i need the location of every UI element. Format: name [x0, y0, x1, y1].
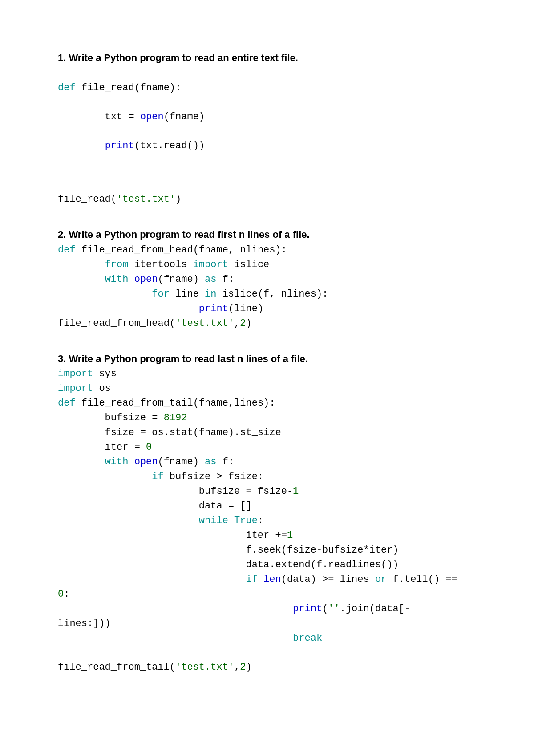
code-text — [58, 274, 105, 285]
code-text: f.tell() == — [387, 574, 463, 585]
code-text — [128, 274, 134, 285]
code-text: sys — [93, 368, 117, 379]
code-text: file_read_from_head(fname, nlines): — [76, 244, 287, 256]
keyword-break: break — [293, 633, 322, 644]
keyword-def: def — [58, 244, 76, 256]
code-text: iter += — [58, 530, 287, 541]
number-literal: 1 — [287, 530, 293, 541]
keyword-import: import — [58, 383, 93, 394]
number-literal: 1 — [293, 486, 299, 497]
code-text — [58, 633, 293, 644]
code-text: ) — [175, 194, 181, 205]
spacer — [58, 207, 481, 228]
keyword-if: if — [246, 574, 257, 585]
keyword-import: import — [193, 259, 228, 270]
code-text: f: — [216, 456, 234, 467]
keyword-as: as — [205, 274, 216, 285]
code-text: bufsize = — [58, 412, 164, 423]
code-text: .join(data[- — [340, 603, 410, 614]
string-literal: 'test.txt' — [117, 194, 175, 205]
keyword-def: def — [58, 82, 76, 93]
code-text: ) — [246, 318, 251, 329]
code-text — [258, 574, 263, 585]
code-text: iter = — [58, 442, 146, 453]
code-text — [58, 289, 152, 300]
heading-1: 1. Write a Python program to read an ent… — [58, 51, 481, 65]
code-text: lines:])) — [58, 618, 111, 629]
keyword-import: import — [58, 368, 93, 379]
builtin-open: open — [134, 456, 158, 467]
keyword-from: from — [105, 259, 129, 270]
keyword-true: True — [234, 515, 258, 526]
spacer — [58, 331, 481, 352]
keyword-for: for — [152, 289, 170, 300]
keyword-or: or — [375, 574, 387, 585]
string-literal: 'test.txt' — [175, 318, 234, 329]
code-text: islice(f, nlines): — [216, 289, 328, 300]
code-text: : — [64, 589, 69, 600]
code-text — [228, 515, 234, 526]
code-text — [58, 603, 293, 614]
spacer — [58, 95, 481, 110]
code-text: file_read( — [58, 194, 117, 205]
keyword-def: def — [58, 398, 76, 409]
number-literal: 2 — [240, 318, 246, 329]
keyword-in: in — [205, 289, 216, 300]
builtin-print: print — [293, 603, 322, 614]
keyword-with: with — [105, 456, 129, 467]
code-text: f: — [216, 274, 234, 285]
code-text: txt = — [58, 111, 140, 122]
code-text: : — [258, 515, 263, 526]
keyword-if: if — [152, 471, 163, 482]
code-text: file_read(fname): — [76, 82, 182, 93]
string-literal: '' — [328, 603, 340, 614]
code-block-3: import sys import os def file_read_from_… — [58, 366, 481, 646]
code-text: itertools — [128, 259, 193, 270]
code-text: f.seek(fsize-bufsize*iter) — [58, 545, 399, 556]
code-text — [58, 259, 105, 270]
code-text: file_read_from_head( — [58, 318, 175, 329]
code-text — [58, 574, 246, 585]
heading-3: 3. Write a Python program to read last n… — [58, 352, 481, 366]
builtin-print: print — [199, 303, 228, 314]
number-literal: 0 — [146, 442, 152, 453]
number-literal: 2 — [240, 662, 246, 673]
builtin-print: print — [105, 140, 134, 151]
spacer — [58, 124, 481, 138]
code-text: (fname) — [164, 111, 205, 122]
code-line: file_read_from_tail('test.txt',2) — [58, 660, 481, 675]
code-text: , — [234, 662, 240, 673]
code-text: (fname) — [158, 274, 205, 285]
code-text: ( — [322, 603, 328, 614]
code-text: ) — [246, 662, 251, 673]
code-text: line — [170, 289, 205, 300]
code-line: print(txt.read()) — [58, 138, 481, 153]
code-text: (txt.read()) — [134, 140, 205, 151]
code-text: bufsize > fsize: — [164, 471, 263, 482]
code-text: (fname) — [158, 456, 205, 467]
code-text — [58, 140, 105, 151]
keyword-as: as — [205, 456, 216, 467]
code-block-2: def file_read_from_head(fname, nlines): … — [58, 243, 481, 331]
code-text: os — [93, 383, 111, 394]
code-text: file_read_from_tail( — [58, 662, 175, 673]
code-text: , — [234, 318, 240, 329]
spacer — [58, 178, 481, 192]
document-page: 1. Write a Python program to read an ent… — [0, 0, 534, 719]
keyword-while: while — [199, 515, 228, 526]
code-text — [58, 303, 199, 314]
spacer — [58, 646, 481, 660]
code-text: (data) >= lines — [281, 574, 375, 585]
code-text — [58, 456, 105, 467]
heading-2: 2. Write a Python program to read first … — [58, 228, 481, 242]
code-line: txt = open(fname) — [58, 110, 481, 124]
code-text: data = [] — [58, 500, 252, 512]
code-text: islice — [228, 259, 269, 270]
code-text: fsize = os.stat(fname).st_size — [58, 427, 281, 438]
builtin-open: open — [140, 111, 164, 122]
string-literal: 'test.txt' — [175, 662, 234, 673]
number-literal: 0 — [58, 589, 64, 600]
builtin-len: len — [263, 574, 281, 585]
code-text — [58, 515, 199, 526]
code-text: bufsize = fsize- — [58, 486, 293, 497]
